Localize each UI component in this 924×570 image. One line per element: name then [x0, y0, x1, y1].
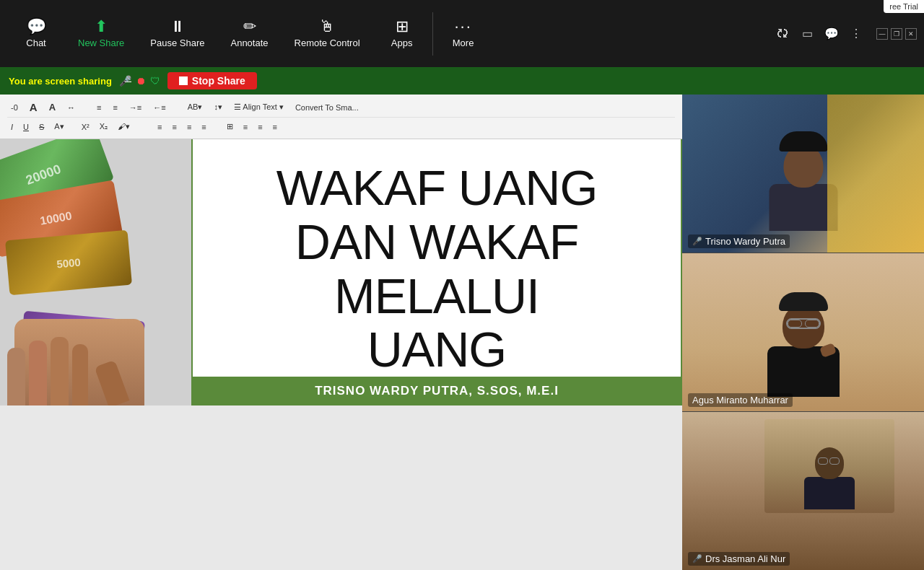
chat-icon: 💬	[27, 19, 46, 35]
minimize-button[interactable]: —	[876, 28, 888, 40]
remote-control-label: Remote Control	[295, 38, 360, 48]
slide-area: 20000 10000 5000 WAKAF UANG DAN WAKAF ME…	[0, 139, 682, 405]
window-controls-area: 🗘 ▭ 💬 ⋮ ree Trial — ❐ ✕	[771, 22, 917, 45]
toolbar-more-button[interactable]: ··· More	[435, 0, 492, 67]
glass-right	[805, 320, 819, 328]
ribbon-row-1: -0 A A ↔ ≡ ≡ →≡ ←≡ AB▾ ↕▾ ☰ Align Text ▾…	[7, 97, 675, 118]
options-icon[interactable]: ⋮	[845, 22, 868, 45]
glass-right-j	[829, 457, 840, 465]
font-color-btn[interactable]: A▾	[51, 120, 67, 133]
more-label: More	[453, 38, 474, 48]
video-tile-trisno: 🎤 Trisno Wardy Putra	[682, 95, 924, 253]
record-indicator: ⏺	[136, 75, 146, 87]
slide-thumbnail-column: 20000 10000 5000	[0, 139, 191, 405]
subscript-btn[interactable]: X₂	[96, 120, 111, 133]
bullets-btn[interactable]: ≡	[93, 101, 105, 114]
cap-agus	[779, 292, 828, 311]
glass-left-j	[818, 457, 828, 465]
video-tile-jasman: 🎤 Drs Jasman Ali Nur	[682, 412, 924, 570]
toolbar-pause-share-button[interactable]: ⏸ Pause Share	[137, 0, 217, 67]
font-size-down-btn[interactable]: A	[45, 100, 59, 115]
slide-main-content: WAKAF UANG DAN WAKAF MELALUI UANG TRISNO…	[191, 139, 682, 405]
close-button[interactable]: ✕	[905, 28, 917, 40]
copy-icon[interactable]: 🗘	[771, 22, 794, 45]
video-bg-trisno	[682, 95, 924, 253]
video-tile-agus: Agus Miranto Muharrar	[682, 253, 924, 412]
ab-btn[interactable]: AB▾	[184, 100, 206, 114]
person-jasman	[804, 447, 855, 509]
col-layout-btn[interactable]: ⊞	[223, 120, 237, 133]
numbering-btn[interactable]: ≡	[109, 101, 121, 114]
name-label-jasman: 🎤 Drs Jasman Ali Nur	[688, 552, 790, 566]
annotate-icon: ✏	[243, 19, 256, 35]
mic-muted-icon-trisno: 🎤	[692, 237, 702, 246]
main-content-area: -0 A A ↔ ≡ ≡ →≡ ←≡ AB▾ ↕▾ ☰ Align Text ▾…	[0, 95, 924, 570]
name-text-agus: Agus Miranto Muharrar	[692, 395, 788, 405]
screen-sharing-status: You are screen sharing	[9, 76, 112, 87]
screen-sharing-bar: You are screen sharing 🎤̶ ⏺ 🛡 Stop Share	[0, 67, 924, 95]
cap-trisno	[779, 131, 827, 152]
video-bg-jasman	[682, 412, 924, 570]
maximize-button[interactable]: ❐	[891, 28, 902, 40]
ribbon-toolbar: -0 A A ↔ ≡ ≡ →≡ ←≡ AB▾ ↕▾ ☰ Align Text ▾…	[0, 95, 682, 139]
finger-3	[51, 337, 69, 405]
free-trial-badge: ree Trial	[884, 0, 924, 13]
clear-format-btn[interactable]: ↔	[64, 101, 79, 114]
convert-btn[interactable]: Convert To Sma...	[292, 101, 362, 114]
apps-icon: ⊞	[396, 19, 409, 35]
person-agus	[767, 304, 840, 397]
inner-video-jasman	[764, 419, 894, 513]
mic-muted-icon-jasman: 🎤	[692, 554, 702, 564]
free-trial-text: ree Trial	[889, 2, 918, 11]
superscript-btn[interactable]: X²	[78, 120, 93, 133]
stop-share-button[interactable]: Stop Share	[167, 72, 257, 89]
new-share-label: New Share	[78, 38, 124, 48]
font-size-field[interactable]: -0	[7, 101, 22, 114]
toolbar-apps-button[interactable]: ⊞ Apps	[373, 0, 431, 67]
stop-square-icon	[179, 76, 188, 85]
apps-label: Apps	[391, 38, 413, 48]
pause-share-label: Pause Share	[150, 38, 204, 48]
body-jasman	[804, 477, 855, 509]
layout-icon[interactable]: ▭	[796, 22, 819, 45]
align-right-btn[interactable]: ≡	[183, 120, 195, 133]
video-panel: 🎤 Trisno Wardy Putra	[682, 95, 924, 570]
more-icon: ···	[454, 19, 471, 35]
slide-title: WAKAF UANG DAN WAKAF MELALUI UANG	[276, 161, 598, 377]
glasses-agus	[786, 318, 821, 329]
finger-4	[72, 344, 88, 405]
align-left-btn[interactable]: ≡	[154, 120, 165, 133]
toolbar-chat-button[interactable]: 💬 Chat	[7, 0, 65, 67]
video-bg-agus	[682, 253, 924, 411]
remote-control-icon: 🖱	[319, 19, 335, 35]
font-size-up-btn[interactable]: A	[26, 99, 41, 115]
list-btn3[interactable]: ≡	[269, 120, 281, 133]
pause-share-icon: ⏸	[170, 19, 186, 35]
align-center-btn[interactable]: ≡	[168, 120, 180, 133]
stop-share-label: Stop Share	[192, 75, 245, 87]
toolbar-new-share-button[interactable]: ⬆ New Share	[65, 0, 137, 67]
glasses-jasman	[818, 457, 840, 465]
chat-panel-icon[interactable]: 💬	[820, 22, 843, 45]
name-label-trisno: 🎤 Trisno Wardy Putra	[688, 234, 790, 248]
head-trisno	[783, 144, 823, 188]
line-spacing-btn[interactable]: ↕▾	[210, 100, 226, 114]
head-jasman	[815, 447, 844, 479]
toolbar-remote-control-button[interactable]: 🖱 Remote Control	[282, 0, 373, 67]
list-btn1[interactable]: ≡	[240, 120, 251, 133]
new-share-icon: ⬆	[95, 19, 108, 35]
italic-btn[interactable]: I	[7, 120, 17, 133]
align-text-btn[interactable]: ☰ Align Text ▾	[230, 100, 287, 114]
list-btn2[interactable]: ≡	[254, 120, 266, 133]
ribbon-row-2: I U S A▾ X² X₂ 🖌▾ ≡ ≡ ≡ ≡ ⊞ ≡ ≡ ≡	[7, 118, 675, 136]
indent-decrease-btn[interactable]: ←≡	[149, 101, 169, 114]
chat-label: Chat	[26, 38, 45, 48]
mic-off-indicator: 🎤̶	[119, 75, 131, 87]
indent-increase-btn[interactable]: →≡	[126, 101, 145, 114]
share-bar-icons: 🎤̶ ⏺ 🛡	[119, 75, 160, 87]
highlight-btn[interactable]: 🖌▾	[114, 120, 134, 133]
toolbar-annotate-button[interactable]: ✏ Annotate	[217, 0, 281, 67]
justify-btn[interactable]: ≡	[198, 120, 209, 133]
underline-btn[interactable]: U	[19, 120, 32, 133]
strikethrough-btn[interactable]: S	[35, 120, 48, 133]
